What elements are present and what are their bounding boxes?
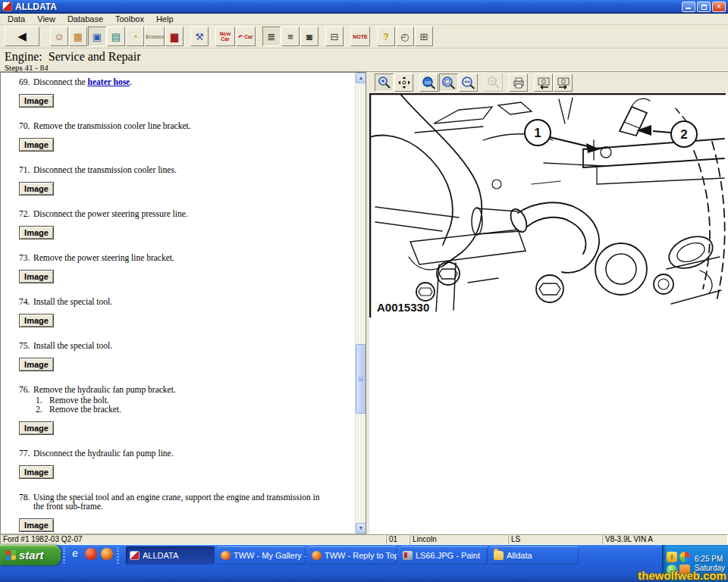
history-clock-icon[interactable]: ◔ [126,27,144,46]
manual-book-icon[interactable]: ▆ [165,27,184,46]
security-shield-icon[interactable]: ! [667,552,677,562]
scroll-down-arrow[interactable]: ▼ [356,523,366,534]
step-text: Using the special tool and an engine cra… [33,493,325,511]
quick-launch-grip[interactable] [63,547,65,564]
image-button[interactable]: Image [19,518,54,532]
zoom-100-button[interactable]: 100 [419,74,438,92]
scroll-up-arrow[interactable]: ▲ [356,73,366,83]
monitor-icon[interactable]: ▤ [107,27,125,46]
print-setup-icon[interactable]: ⊞ [415,27,433,46]
start-button[interactable]: start [0,545,61,565]
clock-icon[interactable]: ◴ [396,27,414,46]
print-image-button[interactable] [509,74,528,92]
taskbar-button-paint[interactable]: LS66.JPG - Paint [399,546,488,565]
minimize-button[interactable] [682,2,695,12]
step-number: 71. [19,165,33,174]
watermark-text: thewolfweb.com [638,569,726,582]
callout-2-label: 2 [680,127,687,142]
status-make: Lincoln [410,534,508,545]
menu-help[interactable]: Help [150,14,180,23]
tools-icon[interactable]: ⚒ [190,27,209,46]
figures-camera-icon[interactable]: ◙ [300,27,318,46]
zoom-fit-width-button[interactable] [459,74,478,92]
vertical-scrollbar[interactable]: ▲ ▼ [355,73,366,534]
image-button[interactable]: Image [19,314,54,327]
zoom-in-button[interactable] [375,74,394,92]
quick-launch: e [69,548,113,560]
image-button[interactable]: Image [19,138,54,152]
article-outline-icon[interactable]: ≣ [262,27,281,46]
car-return-icon[interactable]: ↶ Car [236,27,256,46]
scrollbar-thumb[interactable] [356,344,366,414]
next-image-button[interactable] [554,74,573,92]
step-72: 72. Disconnect the power steering pressu… [19,209,352,239]
menu-data[interactable]: Data [2,14,31,23]
internet-explorer-icon[interactable]: e [69,548,81,560]
app-icon [2,2,12,11]
alldata-window: ALLDATA × Data View Database Toolbox Hel… [0,0,728,582]
image-button[interactable]: Image [19,465,54,479]
step-number: 74. [19,297,33,306]
page-title: Engine: Service and Repair [5,50,728,63]
image-button[interactable]: Image [19,421,54,435]
menu-toolbox[interactable]: Toolbox [109,14,150,23]
taskbar-grip[interactable] [117,547,119,564]
status-code: 01 [386,534,410,545]
paint-icon [403,551,413,560]
engine-line-drawing: 1 2 A0015330 [369,93,726,318]
image-viewer-pane: 100 [369,72,728,534]
article-header: Engine: Service and Repair Steps 41 - 84 [0,48,728,72]
new-car-icon[interactable]: New Car [215,27,235,46]
customer-info-icon[interactable]: ☺ [50,27,68,46]
step-77: 77. Disconnect the hydraulic fan pump li… [19,449,352,479]
firefox-icon [221,551,231,560]
main-toolbar: ◀ ☺ ▦ ▣ ▤ ◔ Browse ▆ ⚒ New Car ↶ Car ≣ ≡… [0,25,728,48]
browse-icon[interactable]: Browse [145,27,165,46]
image-button[interactable]: Image [19,182,54,196]
taskbar-button-tww-reply[interactable]: TWW - Reply to Topic... [308,546,397,565]
tray-time: 6:25 PM [695,555,725,564]
messenger-icon[interactable] [679,552,690,562]
image-button[interactable]: Image [19,270,54,283]
print-icon[interactable]: ⊟ [325,27,344,46]
back-button[interactable]: ◀ [5,27,39,46]
download-manager-icon[interactable] [85,548,97,560]
heater-hose-link[interactable]: heater hose [88,77,130,86]
step-text: Disconnect the transmission cooler lines… [33,165,325,174]
previous-image-button[interactable] [534,74,553,92]
image-button[interactable]: Image [19,358,54,371]
text-only-icon[interactable]: ≡ [281,27,300,46]
figure-number-label: A0015330 [377,301,429,314]
note-icon[interactable]: NOTE [350,27,370,46]
zoom-out-button[interactable] [484,74,503,92]
zoom-fit-window-button[interactable] [439,74,458,92]
restore-button[interactable] [697,2,711,12]
taskbar: start e ALLDATA TWW - My Gallery - M... … [0,545,728,582]
menu-database[interactable]: Database [61,14,109,23]
step-number: 72. [19,209,33,218]
taskbar-button-alldata-folder[interactable]: Alldata [490,546,579,565]
image-button[interactable]: Image [19,94,54,108]
help-icon[interactable]: ? [377,27,395,46]
vehicle-select-icon[interactable]: ▦ [69,27,87,46]
task-buttons: ALLDATA TWW - My Gallery - M... TWW - Re… [126,546,579,565]
taskbar-button-tww-gallery[interactable]: TWW - My Gallery - M... [217,546,306,565]
menu-view[interactable]: View [31,14,61,23]
step-text: Disconnect the heater hose. [33,77,325,86]
image-button[interactable]: Image [19,226,54,239]
taskbar-button-alldata[interactable]: ALLDATA [126,546,215,565]
status-vehicle-info: Ford #1 1982-03 Q2-07 [0,534,386,545]
pan-button[interactable] [394,74,413,92]
diagnostics-computer-icon[interactable]: ▣ [88,27,106,46]
close-button[interactable]: × [712,2,726,12]
title-bar: ALLDATA × [0,0,728,14]
substep-text: Remove the bracket. [49,405,121,414]
firefox-icon[interactable] [101,548,113,560]
callout-2-arrowhead [636,125,651,136]
step-text: Remove the power steering line bracket. [33,253,325,262]
step-text: Install the special tool. [33,297,325,306]
start-label: start [19,549,44,562]
substep-number: 2. [36,405,49,414]
step-number: 78. [19,493,33,511]
step-text: Disconnect the hydraulic fan pump line. [33,449,325,458]
